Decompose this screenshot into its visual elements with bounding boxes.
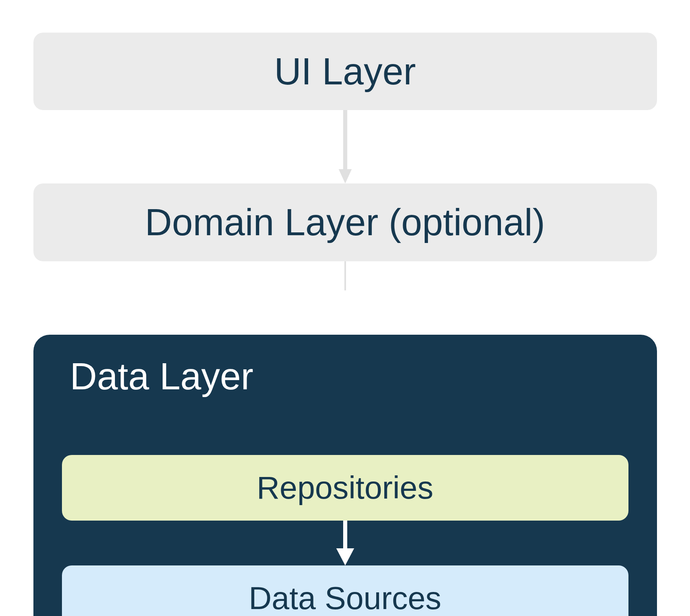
arrow-ui-to-domain	[337, 110, 353, 183]
spacer-for-arrow	[62, 402, 628, 455]
svg-marker-4	[342, 327, 349, 335]
arrow-domain-to-data	[335, 261, 355, 335]
domain-layer-label: Domain Layer (optional)	[145, 201, 545, 243]
arrow-repo-to-sources	[62, 521, 628, 565]
svg-marker-1	[339, 169, 352, 183]
ui-layer-label: UI Layer	[274, 51, 416, 92]
arrow-down-icon	[335, 521, 355, 565]
data-sources-box: Data Sources	[62, 565, 628, 616]
ui-layer-box: UI Layer	[33, 33, 657, 110]
arrow-down-icon	[337, 110, 353, 183]
arrow-down-icon	[335, 261, 355, 335]
data-sources-label: Data Sources	[249, 580, 441, 616]
repositories-box: Repositories	[62, 455, 628, 521]
svg-marker-6	[336, 548, 354, 565]
data-layer-container: Data Layer Repositories Data Sources	[33, 335, 657, 616]
architecture-diagram: UI Layer Domain Layer (optional) Data La…	[33, 33, 657, 616]
repositories-label: Repositories	[257, 470, 434, 506]
domain-layer-box: Domain Layer (optional)	[33, 183, 657, 261]
data-layer-title: Data Layer	[62, 355, 628, 398]
